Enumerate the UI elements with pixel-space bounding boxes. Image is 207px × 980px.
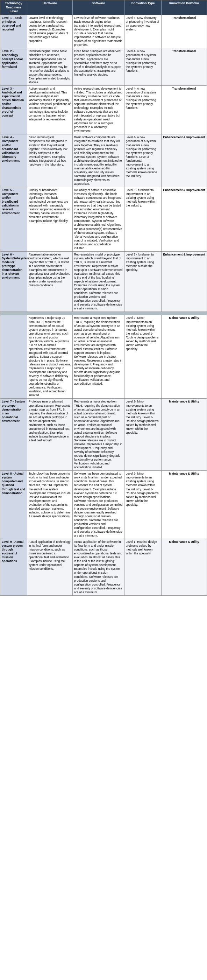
portfolio-cell: Enhancement & Improvement xyxy=(161,134,207,187)
table-row: Level 5 - Component and/or breadboard va… xyxy=(0,187,207,251)
hardware-cell: Representative model or prototype system… xyxy=(27,251,73,312)
hardware-cell: Actual application of technology in its … xyxy=(27,539,73,596)
innovation-type-cell: Level 4- A new generation of a system th… xyxy=(124,134,161,187)
header-software: Software xyxy=(73,0,124,15)
innovation-type-cell: Level 2- Minor improvements to an existi… xyxy=(124,471,161,539)
hardware-cell: Technology has been proven to work in it… xyxy=(27,471,73,539)
trl-level: Level 7 - System prototype demonstration… xyxy=(0,399,27,471)
innovation-type-cell: Level 4- A new generation of a system th… xyxy=(124,48,161,85)
table-row: Represents a major step up from TRL 6, r… xyxy=(0,315,207,399)
software-cell: Actual application of the software in it… xyxy=(73,539,124,596)
header-innovation-type: Innovation Type xyxy=(124,0,161,15)
portfolio-cell: Maintenance & Utility xyxy=(161,315,207,399)
hardware-cell: Lowest level of technology readiness. Sc… xyxy=(27,15,73,48)
trl-level: Level 9 - Actual system proven through s… xyxy=(0,539,27,596)
portfolio-cell: Transformational xyxy=(161,85,207,134)
software-cell: Lowest level of software readiness. Basi… xyxy=(73,15,124,48)
trl-level: Level 2 - Technology concept and/or appl… xyxy=(0,48,27,85)
header-trl: Technology Readiness Level xyxy=(0,0,27,15)
software-cell: Representative model or prototype system… xyxy=(73,251,124,312)
trl-level: Level 5 - Component and/or breadboard va… xyxy=(0,187,27,251)
software-cell: Represents a major step up from TRL 6, r… xyxy=(73,399,124,471)
table-row: Level 6 - System/Subsystem model or prot… xyxy=(0,251,207,312)
hardware-cell: Fidelity of breadboard technology increa… xyxy=(27,187,73,251)
portfolio-cell: Enhancement & Improvement xyxy=(161,187,207,251)
innovation-type-cell: Level 1- Routine design problems solved … xyxy=(124,539,161,596)
portfolio-cell: Transformational xyxy=(161,15,207,48)
software-cell: Software has been demonstrated to work i… xyxy=(73,471,124,539)
hardware-cell: Basic technological components are integ… xyxy=(27,134,73,187)
portfolio-cell: Maintenance & Utility xyxy=(161,471,207,539)
table-row: Level 7 - System prototype demonstration… xyxy=(0,399,207,471)
trl-table: Technology Readiness Level Hardware Soft… xyxy=(0,0,207,596)
table-row: Level 1 - Basic principles observed and … xyxy=(0,15,207,48)
portfolio-cell: Maintenance & Utility xyxy=(161,539,207,596)
table-row: Level 3 - Analytical and experimental cr… xyxy=(0,85,207,134)
header-innovation-portfolio: Innovation Portfolio xyxy=(161,0,207,15)
table-row: Level 4 - Component and/or breadboard va… xyxy=(0,134,207,187)
trl-level xyxy=(0,315,27,399)
trl-level: Level 4 - Component and/or breadboard va… xyxy=(0,134,27,187)
hardware-cell: Prototype near or planned operational sy… xyxy=(27,399,73,471)
table-row: Level 9 - Actual system proven through s… xyxy=(0,539,207,596)
software-cell: Basic software components are integrated… xyxy=(73,134,124,187)
hardware-cell: Invention begins. Once basic principles … xyxy=(27,48,73,85)
trl-level: Level 6 - System/Subsystem model or prot… xyxy=(0,251,27,312)
innovation-type-cell: Level 2- Minor improvements to an existi… xyxy=(124,399,161,471)
software-cell: Once basic principles are observed, prac… xyxy=(73,48,124,85)
table-row: Level 2 - Technology concept and/or appl… xyxy=(0,48,207,85)
portfolio-cell: Enhancement & Improvement xyxy=(161,251,207,312)
header-hardware: Hardware xyxy=(27,0,73,15)
portfolio-cell: Transformational xyxy=(161,48,207,85)
hardware-cell: Represents a major step up from TRL 6, r… xyxy=(27,315,73,399)
hardware-cell: Active research and development is initi… xyxy=(27,85,73,134)
section-divider xyxy=(0,312,207,315)
portfolio-cell: Maintenance & Utility xyxy=(161,399,207,471)
trl-level: Level 3 - Analytical and experimental cr… xyxy=(0,85,27,134)
innovation-type-cell: Level 6- New discovery or pioneering inv… xyxy=(124,15,161,48)
trl-level: Level 1 - Basic principles observed and … xyxy=(0,15,27,48)
trl-level: Level 8 - Actual system completed and qu… xyxy=(0,471,27,539)
software-cell: Active research and development is initi… xyxy=(73,85,124,134)
software-cell: Represents a major step up from TRL 6, r… xyxy=(73,315,124,399)
innovation-type-cell: Level 4- A new generation of a system th… xyxy=(124,85,161,134)
innovation-type-cell: Level 2- Minor improvements to an existi… xyxy=(124,315,161,399)
innovation-type-cell: Level 3 - fundamental improvement to an … xyxy=(124,251,161,312)
innovation-type-cell: Level 3 - fundamental improvement to an … xyxy=(124,187,161,251)
table-row: Level 8 - Actual system completed and qu… xyxy=(0,471,207,539)
divider-cell xyxy=(0,312,207,315)
software-cell: Reliability of software ensemble increas… xyxy=(73,187,124,251)
